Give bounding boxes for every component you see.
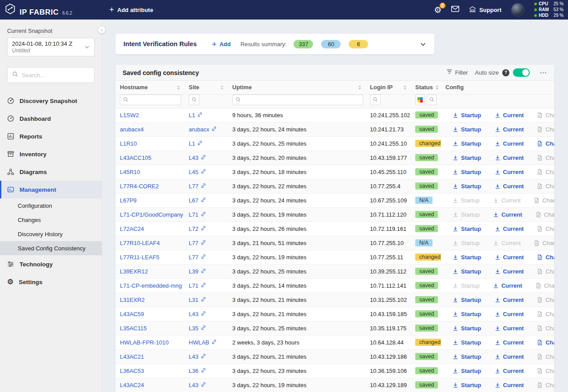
startup-config-link[interactable]: Startup	[453, 339, 481, 346]
current-config-link[interactable]: Current	[495, 311, 524, 317]
changes-link[interactable]: Changes	[537, 311, 554, 317]
current-config-link[interactable]: Current	[495, 140, 524, 147]
current-config-link[interactable]: Current	[495, 325, 524, 332]
site-link[interactable]: L35	[189, 325, 206, 332]
sidebar-item-inventory[interactable]: Inventory	[0, 145, 102, 163]
column-header-uptime[interactable]: Uptime	[228, 81, 365, 94]
current-config-link[interactable]: Current	[495, 154, 524, 161]
sidebar-item-diagrams[interactable]: Diagrams	[0, 163, 102, 181]
changes-link[interactable]: Changes	[537, 254, 554, 261]
hostname-link[interactable]: L77R11-LEAF5	[120, 254, 159, 261]
hostname-link[interactable]: arubacx4	[120, 126, 143, 133]
startup-config-link[interactable]: Startup	[453, 268, 481, 275]
sidebar-item-dashboard[interactable]: Dashboard	[0, 110, 102, 127]
column-header-login-ip[interactable]: Login IP	[365, 81, 411, 94]
site-link[interactable]: L77	[189, 254, 206, 261]
hostname-link[interactable]: L72AC24	[120, 226, 144, 232]
blue-count-badge[interactable]: 60	[321, 40, 341, 48]
uptime-filter-input[interactable]	[243, 97, 360, 103]
changes-link[interactable]: Changes	[537, 183, 554, 190]
hostname-link[interactable]: L45R10	[120, 169, 140, 175]
hostname-link[interactable]: L1SW2	[120, 112, 139, 119]
changes-link[interactable]: Changes	[537, 268, 554, 275]
current-config-link[interactable]: Current	[495, 297, 524, 303]
site-link[interactable]: L67	[189, 197, 206, 204]
more-options-button[interactable]: ⋯	[540, 68, 547, 77]
changes-link[interactable]: Changes	[537, 339, 554, 346]
startup-config-link[interactable]: Startup	[453, 112, 481, 119]
startup-config-link[interactable]: Startup	[453, 211, 480, 218]
current-config-link[interactable]: Current	[495, 169, 524, 175]
site-link[interactable]: L1	[189, 112, 203, 119]
login-ip-filter-button[interactable]	[370, 95, 381, 105]
startup-config-link[interactable]: Startup	[453, 368, 481, 374]
hostname-link[interactable]: L1R10	[120, 140, 137, 147]
site-link[interactable]: L71	[189, 282, 206, 289]
hostname-link[interactable]: L77R10-LEAF4	[120, 240, 160, 246]
hostname-link[interactable]: L43AC59	[120, 311, 144, 317]
current-config-link[interactable]: Current	[493, 211, 522, 218]
changes-link[interactable]: Changes	[534, 240, 554, 246]
startup-config-link[interactable]: Startup	[453, 197, 480, 204]
column-header-site[interactable]: Site	[184, 81, 228, 94]
sidebar-item-discovery-history[interactable]: Discovery History	[0, 227, 102, 241]
current-config-link[interactable]: Current	[495, 382, 524, 388]
column-header-hostname[interactable]: Hostname	[115, 81, 184, 94]
startup-config-link[interactable]: Startup	[453, 382, 481, 388]
column-header-status[interactable]: Status	[411, 81, 441, 94]
changes-link[interactable]: Changes	[537, 169, 554, 175]
startup-config-link[interactable]: Startup	[453, 311, 481, 317]
hostname-link[interactable]: L71-CP-embedded-mng	[120, 282, 182, 289]
avatar[interactable]	[511, 3, 524, 16]
sidebar-search-input[interactable]	[22, 72, 90, 79]
current-config-link[interactable]: Current	[495, 368, 524, 374]
hostname-link[interactable]: L43ACC105	[120, 154, 151, 161]
changes-link[interactable]: Changes	[537, 154, 554, 161]
site-link[interactable]: L77	[189, 183, 206, 190]
yellow-count-badge[interactable]: 6	[349, 40, 368, 48]
startup-config-link[interactable]: Startup	[453, 282, 480, 289]
startup-config-link[interactable]: Startup	[453, 240, 480, 246]
sidebar-item-discovery-snapshot[interactable]: Discovery Snapshot	[0, 92, 102, 110]
site-link[interactable]: L45	[189, 169, 206, 175]
hostname-link[interactable]: L77R4-CORE2	[120, 183, 159, 190]
hostname-link[interactable]: L43AC21	[120, 353, 144, 360]
startup-config-link[interactable]: Startup	[453, 183, 481, 190]
current-config-link[interactable]: Current	[495, 226, 524, 232]
system-settings-button[interactable]: ⚙ 2	[434, 6, 441, 14]
site-link[interactable]: L43	[189, 353, 206, 360]
support-button[interactable]: Support	[469, 6, 501, 14]
hostname-link[interactable]: L31EXR2	[120, 297, 145, 303]
site-link[interactable]: arubacx	[189, 126, 217, 133]
ipfabric-logo[interactable]: IP FABRIC 6.6.2	[4, 3, 103, 17]
sidebar-item-technology[interactable]: Technology	[0, 255, 102, 273]
expand-chevron-button[interactable]	[420, 41, 426, 48]
changes-link[interactable]: Changes	[537, 353, 554, 360]
hostname-link[interactable]: L71-CP1/GoodCompany	[120, 211, 183, 218]
status-color-filter-button[interactable]	[415, 95, 425, 105]
add-attribute-button[interactable]: Add attribute	[109, 7, 153, 13]
add-rule-button[interactable]: Add	[212, 41, 230, 48]
changes-link[interactable]: Changes	[536, 282, 554, 289]
current-config-link[interactable]: Current	[493, 240, 520, 246]
current-config-link[interactable]: Current	[493, 197, 520, 204]
changes-link[interactable]: Changes	[537, 325, 554, 332]
changes-link[interactable]: Changes	[536, 211, 554, 218]
changes-link[interactable]: Changes	[537, 382, 554, 388]
current-config-link[interactable]: Current	[495, 268, 524, 275]
autosize-toggle[interactable]	[513, 68, 530, 77]
site-link[interactable]: L72	[189, 226, 206, 232]
changes-link[interactable]: Changes	[537, 368, 554, 374]
site-link[interactable]: L77	[189, 240, 206, 246]
hostname-link[interactable]: L43AC24	[120, 382, 144, 388]
current-config-link[interactable]: Current	[495, 353, 524, 360]
site-link[interactable]: L43	[189, 382, 206, 388]
site-link[interactable]: L39	[189, 268, 206, 275]
site-link[interactable]: HWLAB	[189, 339, 217, 346]
current-config-link[interactable]: Current	[495, 112, 524, 119]
changes-link[interactable]: Changes	[537, 226, 554, 232]
sidebar-item-settings[interactable]: ⚙ Settings	[0, 273, 102, 291]
sidebar-item-reports[interactable]: Reports	[0, 127, 102, 145]
status-filter-button[interactable]	[427, 95, 437, 105]
startup-config-link[interactable]: Startup	[453, 353, 481, 360]
